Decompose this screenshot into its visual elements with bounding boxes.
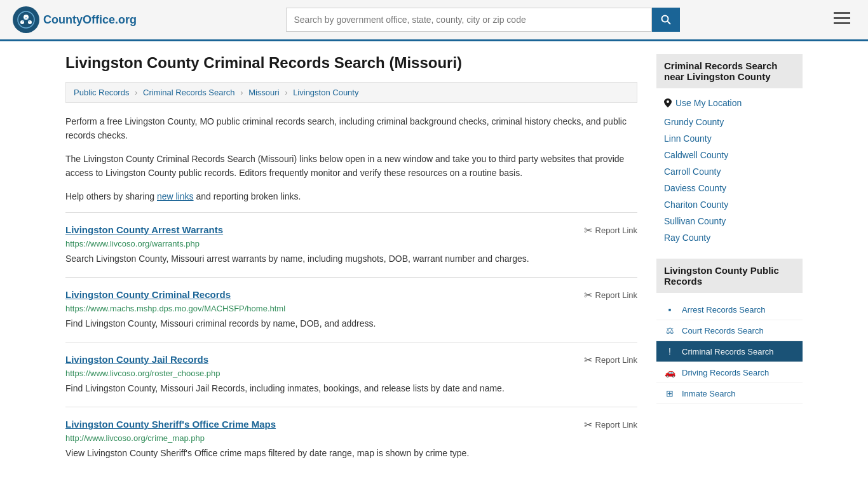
- result-title-3[interactable]: Livingston County Sheriff's Office Crime…: [65, 419, 276, 430]
- result-title-1[interactable]: Livingston County Criminal Records: [65, 289, 231, 300]
- report-icon-0: ✂: [584, 224, 592, 236]
- pub-rec-item-3[interactable]: 🚗 Driving Records Search: [656, 362, 803, 383]
- result-desc-0: Search Livingston County, Missouri arres…: [65, 252, 637, 266]
- description-para1: Perform a free Livingston County, MO pub…: [65, 114, 637, 143]
- nearby-county-6[interactable]: Sullivan County: [656, 213, 803, 229]
- hamburger-icon: [834, 12, 850, 25]
- nearby-section: Criminal Records Search near Livingston …: [656, 54, 803, 246]
- pub-rec-item-2[interactable]: ! Criminal Records Search: [656, 341, 803, 362]
- search-input[interactable]: [286, 8, 652, 32]
- result-item: Livingston County Jail Records ✂ Report …: [65, 342, 637, 407]
- result-title-2[interactable]: Livingston County Jail Records: [65, 354, 208, 365]
- nearby-county-5[interactable]: Chariton County: [656, 196, 803, 213]
- location-icon: [664, 98, 672, 107]
- pub-rec-item-4[interactable]: ⊞ Inmate Search: [656, 383, 803, 404]
- result-url-1[interactable]: https://www.machs.mshp.dps.mo.gov/MACHSF…: [65, 304, 637, 313]
- result-desc-3: View Livingston County Sheriff's Office …: [65, 447, 637, 460]
- breadcrumb-criminal-records-search[interactable]: Criminal Records Search: [143, 88, 235, 97]
- use-location-button[interactable]: Use My Location: [656, 95, 803, 111]
- report-link-2[interactable]: ✂ Report Link: [584, 354, 637, 366]
- report-link-3[interactable]: ✂ Report Link: [584, 419, 637, 431]
- results-list: Livingston County Arrest Warrants ✂ Repo…: [65, 212, 637, 471]
- pub-rec-item-0[interactable]: ▪ Arrest Records Search: [656, 299, 803, 320]
- pub-rec-icon-2: !: [664, 346, 675, 356]
- nearby-title: Criminal Records Search near Livingston …: [656, 54, 803, 88]
- pub-rec-icon-4: ⊞: [664, 388, 675, 398]
- result-url-3[interactable]: http://www.livcoso.org/crime_map.php: [65, 433, 637, 443]
- pub-rec-label-3: Driving Records Search: [682, 368, 769, 377]
- report-icon-1: ✂: [584, 289, 592, 301]
- pub-rec-label-2: Criminal Records Search: [682, 347, 774, 356]
- result-item: Livingston County Arrest Warrants ✂ Repo…: [65, 212, 637, 277]
- report-icon-2: ✂: [584, 354, 592, 366]
- public-records-section: Livingston County Public Records ▪ Arres…: [656, 259, 803, 404]
- result-title-0[interactable]: Livingston County Arrest Warrants: [65, 224, 223, 235]
- pub-rec-item-1[interactable]: ⚖ Court Records Search: [656, 320, 803, 341]
- svg-point-12: [667, 100, 669, 103]
- pub-rec-icon-1: ⚖: [664, 325, 675, 336]
- result-desc-1: Find Livingston County, Missouri crimina…: [65, 317, 637, 330]
- nearby-county-3[interactable]: Carroll County: [656, 163, 803, 180]
- page-title: Livingston County Criminal Records Searc…: [65, 54, 637, 72]
- nearby-county-2[interactable]: Caldwell County: [656, 147, 803, 163]
- pub-rec-label-4: Inmate Search: [682, 389, 736, 398]
- nearby-counties-list: Grundy CountyLinn CountyCaldwell CountyC…: [656, 114, 803, 246]
- result-item: Livingston County Criminal Records ✂ Rep…: [65, 277, 637, 342]
- description-para2: The Livingston County Criminal Records S…: [65, 152, 637, 180]
- search-button[interactable]: [652, 8, 680, 32]
- public-records-title: Livingston County Public Records: [656, 259, 803, 293]
- description-para3: Help others by sharing new links and rep…: [65, 189, 637, 203]
- breadcrumb: Public Records › Criminal Records Search…: [65, 82, 637, 103]
- pub-rec-label-1: Court Records Search: [682, 326, 764, 336]
- breadcrumb-missouri[interactable]: Missouri: [248, 88, 279, 97]
- nearby-county-0[interactable]: Grundy County: [656, 114, 803, 130]
- menu-button[interactable]: [829, 8, 855, 31]
- svg-rect-10: [834, 22, 850, 24]
- logo-text: CountyOffice.org: [43, 13, 137, 27]
- pub-rec-label-0: Arrest Records Search: [682, 305, 766, 315]
- search-icon: [661, 15, 671, 25]
- new-links-link[interactable]: new links: [157, 191, 194, 201]
- logo[interactable]: CountyOffice.org: [13, 6, 137, 33]
- logo-icon: [13, 6, 39, 33]
- breadcrumb-livingston-county[interactable]: Livingston County: [293, 88, 358, 97]
- public-records-list: ▪ Arrest Records Search ⚖ Court Records …: [656, 299, 803, 404]
- nearby-county-1[interactable]: Linn County: [656, 130, 803, 147]
- result-desc-2: Find Livingston County, Missouri Jail Re…: [65, 382, 637, 395]
- svg-rect-8: [834, 12, 850, 14]
- svg-point-6: [661, 16, 668, 22]
- report-link-1[interactable]: ✂ Report Link: [584, 289, 637, 301]
- pub-rec-icon-0: ▪: [664, 304, 675, 315]
- report-icon-3: ✂: [584, 419, 592, 431]
- result-item: Livingston County Sheriff's Office Crime…: [65, 407, 637, 471]
- result-url-0[interactable]: https://www.livcoso.org/warrants.php: [65, 239, 637, 248]
- nearby-county-7[interactable]: Ray County: [656, 229, 803, 246]
- pub-rec-icon-3: 🚗: [664, 367, 675, 377]
- result-url-2[interactable]: https://www.livcoso.org/roster_choose.ph…: [65, 369, 637, 378]
- svg-rect-9: [834, 17, 850, 19]
- svg-line-7: [667, 22, 670, 25]
- breadcrumb-public-records[interactable]: Public Records: [74, 88, 129, 97]
- nearby-county-4[interactable]: Daviess County: [656, 180, 803, 196]
- report-link-0[interactable]: ✂ Report Link: [584, 224, 637, 236]
